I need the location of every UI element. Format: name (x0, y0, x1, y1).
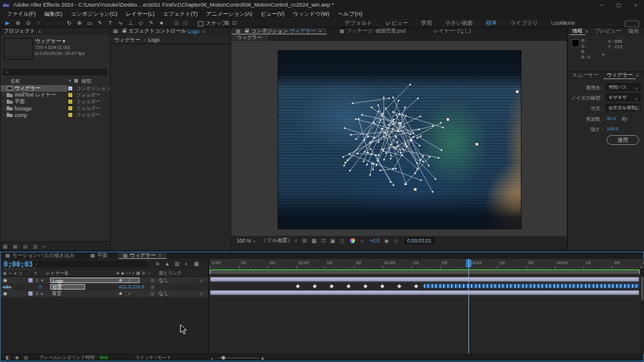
twirl-icon[interactable]: › (1, 86, 7, 91)
chevron-down-icon[interactable]: ∨ (200, 290, 203, 297)
timeline-tab-wiggler[interactable]: ウィグラー ≡ (118, 252, 167, 259)
property-pickwhip-icon[interactable]: ◎ (150, 284, 155, 290)
project-row-1[interactable]: ›WallText レイヤーフォルダー (1, 92, 110, 98)
keyframe[interactable] (397, 284, 401, 288)
close-button[interactable]: × (627, 0, 644, 10)
workspace-0[interactable]: デフォルト (338, 19, 379, 27)
viewer-tab-wiggler[interactable]: ウィグラー (231, 34, 268, 41)
expand-columns-icon[interactable]: ◧ (5, 355, 10, 360)
switches-modes-toggle[interactable]: スイッチ / モード (135, 355, 171, 361)
apply-to-select[interactable]: 空間パス∨ (605, 83, 640, 91)
zoom-slider-handle[interactable] (222, 356, 225, 360)
magnitude-value[interactable]: 100.0 (607, 126, 619, 132)
snap-checkbox[interactable] (198, 21, 203, 27)
interpret-footage-icon[interactable]: ▩ (3, 244, 8, 249)
dolly-camera-tool-icon[interactable]: ↕ (54, 19, 64, 27)
effects-switch-icon[interactable]: / (129, 277, 130, 284)
parent-pickwhip-icon[interactable]: ◎ (150, 290, 155, 297)
project-column-headers[interactable]: 名前 ▼ 種類 (1, 78, 110, 85)
color-depth-icon[interactable]: ▧ (33, 244, 38, 249)
keyframe[interactable] (346, 284, 351, 288)
panel-menu-icon[interactable]: ≡ (38, 29, 41, 34)
maximize-button[interactable]: ▢ (610, 0, 627, 10)
tab-layer[interactable]: レイヤー: (なし) (429, 28, 476, 34)
eye-icon[interactable]: ◉ (3, 290, 7, 297)
noise-type-select[interactable]: ギザギザ∨ (605, 94, 640, 101)
resolution-select[interactable]: （フル画質）∨ (261, 237, 298, 244)
mask-visibility-icon[interactable]: ▦ (311, 238, 316, 244)
keyframe[interactable] (313, 284, 317, 288)
motion-blur-icon[interactable]: ◐ (182, 261, 191, 267)
chevron-down-icon[interactable]: ∨ (200, 277, 203, 284)
eraser-tool-icon[interactable]: ◇ (136, 19, 146, 27)
graph-editor-icon[interactable]: ▦ (191, 261, 201, 267)
orbit-camera-tool-icon[interactable]: ↺ (33, 19, 43, 27)
path-point-handle[interactable] (446, 118, 450, 121)
layer-bar-background[interactable] (210, 290, 639, 295)
layer-label-chip[interactable] (28, 291, 33, 296)
panel-menu-icon[interactable]: ≡ (319, 28, 322, 34)
label-chip[interactable] (68, 86, 73, 91)
grid-guides-icon[interactable]: ⊞ (302, 238, 307, 244)
menu-item-4[interactable]: エフェクト(T) (159, 10, 202, 18)
path-point-handle[interactable] (515, 90, 519, 94)
composition-image[interactable] (278, 50, 521, 229)
stopwatch-icon[interactable]: ◷ (38, 284, 42, 290)
timeline-zoom-slider[interactable]: ▲ ▲ (211, 355, 265, 361)
rotation-tool-icon[interactable]: ↻ (64, 19, 74, 27)
workspace-4[interactable]: 標準 (479, 19, 503, 27)
workspace-overflow[interactable]: » (558, 20, 571, 26)
sort-arrow-icon[interactable]: ▼ (68, 79, 72, 83)
layer-row-logo[interactable]: ◉ 1 ▾ Logo ♣ / ◎ なし ∨ (1, 277, 209, 284)
menu-item-8[interactable]: ヘルプ(H) (334, 10, 366, 18)
timeline-search-input[interactable]: ⌕ (33, 261, 147, 267)
layer-name-column[interactable]: レイヤー名 (46, 270, 69, 276)
label-chip[interactable] (68, 99, 73, 104)
keyframe[interactable] (330, 284, 334, 288)
exposure-value[interactable]: +0.0 (369, 238, 380, 244)
property-name-position[interactable]: 位置 (50, 284, 85, 290)
menu-item-5[interactable]: アニメーション(A) (202, 10, 257, 18)
minimize-button[interactable]: ─ (593, 0, 610, 10)
apply-button[interactable]: 適用 (607, 135, 639, 145)
layer-bar-logo[interactable] (210, 277, 639, 282)
zoom-tool-icon[interactable]: ⊙ (23, 19, 33, 27)
effect-controls-tab[interactable]: エフェクトコントロール Logo ≡ (110, 28, 231, 35)
project-search-input[interactable]: ⌕ (3, 69, 107, 75)
panel-menu-icon[interactable]: ≡ (636, 73, 639, 78)
twirl-open-icon[interactable]: ▾ (41, 277, 43, 284)
parent-pickwhip-icon[interactable]: ◎ (150, 277, 155, 284)
pan-camera-tool-icon[interactable]: ↔ (43, 19, 54, 27)
panel-menu-icon[interactable]: ≡ (202, 29, 205, 34)
channel-select-icon[interactable] (350, 238, 355, 243)
frequency-value[interactable]: 30.0 (607, 116, 616, 121)
snap-toggle[interactable]: スナップ (198, 20, 227, 27)
tab-info[interactable]: 情報 (569, 28, 585, 35)
shape-tool-icon[interactable]: ▭ (84, 19, 95, 27)
parent-value[interactable]: なし (159, 290, 168, 297)
layer-name-background[interactable]: 背景 (52, 290, 62, 297)
project-row-3[interactable]: ›footageフォルダー (1, 105, 110, 112)
hand-tool-icon[interactable]: ⊛ (13, 19, 23, 27)
keyframe[interactable] (414, 284, 418, 288)
fast-preview-icon[interactable]: ☼ (360, 238, 365, 244)
parent-value[interactable]: なし (159, 277, 168, 284)
timeline-tab-solid[interactable]: 平面 (86, 252, 112, 259)
timeline-tab-motion-path[interactable]: モーションパスの描き込み (1, 252, 80, 259)
pan-behind-tool-icon[interactable]: ⊕ (74, 19, 84, 27)
composition-viewer[interactable] (231, 41, 567, 236)
parent-link-column[interactable]: 親とリンク (159, 270, 182, 276)
label-chip[interactable] (68, 112, 73, 118)
panel-menu-icon[interactable]: ≡ (585, 29, 588, 34)
project-panel-tab[interactable]: プロジェクト ≡ (1, 28, 110, 35)
zoom-out-icon[interactable]: ▲ (211, 357, 214, 360)
sync-settings-icon[interactable] (625, 21, 639, 27)
menu-item-0[interactable]: ファイル(F) (2, 10, 40, 18)
layer-name-logo[interactable]: Logo (50, 278, 139, 283)
quality-switch-icon[interactable]: ♣ (119, 290, 122, 297)
zoom-in-icon[interactable]: ▲ (260, 355, 265, 361)
menu-item-2[interactable]: コンポジション(C) (66, 10, 121, 18)
keyframe[interactable] (296, 284, 300, 288)
pen-tool-icon[interactable]: ✎ (95, 19, 105, 27)
menu-item-3[interactable]: レイヤー(L) (121, 10, 159, 18)
